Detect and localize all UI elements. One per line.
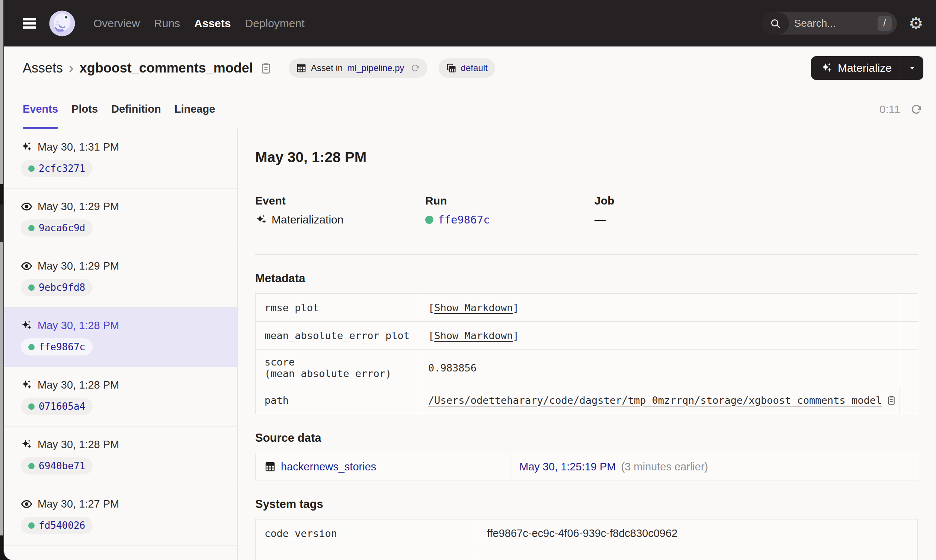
run-label: Run: [425, 194, 594, 207]
run-id-link[interactable]: 9ebc9fd8: [39, 282, 85, 293]
metadata-table: rmse plot[Show Markdown]mean_absolute_er…: [255, 293, 918, 414]
event-item-ffe9867c[interactable]: May 30, 1:28 PMffe9867c: [4, 308, 237, 367]
run-id-link[interactable]: 2cfc3271: [39, 163, 85, 174]
metadata-value: [Show Markdown]: [419, 322, 899, 349]
tab-plots[interactable]: Plots: [71, 89, 98, 129]
auto-refresh-control: 0:11: [879, 89, 936, 129]
source-asset-link[interactable]: hackernews_stories: [281, 461, 376, 473]
reload-code-location-icon[interactable]: [410, 63, 420, 73]
settings-gear-icon[interactable]: ⚙: [909, 15, 923, 32]
materialization-sparkle-icon: [21, 379, 32, 391]
nav-item-runs[interactable]: Runs: [154, 17, 180, 30]
materialize-label: Materialize: [838, 62, 892, 74]
event-timestamp: May 30, 1:28 PM: [38, 379, 119, 391]
asset-header: Assets › xgboost_comments_model Asset in…: [4, 46, 936, 89]
metadata-row: score (mean_absolute_error)0.983856: [256, 349, 918, 386]
tab-events[interactable]: Events: [23, 89, 58, 129]
divider: [255, 183, 918, 183]
run-tag[interactable]: 9ebc9fd8: [21, 279, 92, 296]
metadata-row: path/Users/odetteharary/code/dagster/tmp…: [256, 386, 918, 414]
run-status-dot: [28, 225, 35, 231]
metadata-heading: Metadata: [255, 272, 918, 285]
run-id-link[interactable]: 9aca6c9d: [39, 222, 85, 234]
app-window: OverviewRunsAssetsDeployment / ⚙ Assets …: [3, 0, 936, 560]
event-timestamp: May 30, 1:28 PM: [38, 438, 119, 451]
divider: [255, 254, 918, 255]
search-shortcut-badge: /: [878, 16, 892, 31]
menu-hamburger-button[interactable]: [23, 18, 36, 29]
observation-eye-icon: [21, 498, 32, 510]
event-summary: Event Materialization Run ffe9867c Job —: [255, 194, 918, 227]
materialization-sparkle-icon: [21, 320, 32, 331]
event-timestamp: May 30, 1:29 PM: [38, 260, 119, 272]
run-id-link[interactable]: fd540026: [39, 520, 85, 531]
event-label: Event: [255, 194, 425, 207]
event-timestamp: May 30, 1:28 PM: [38, 319, 119, 332]
tab-definition[interactable]: Definition: [111, 89, 161, 129]
nav-item-deployment[interactable]: Deployment: [245, 17, 304, 30]
run-status-dot: [28, 285, 35, 291]
event-timestamp: May 30, 1:27 PM: [38, 498, 119, 510]
show-markdown-link[interactable]: Show Markdown: [434, 302, 513, 314]
run-status-dot: [28, 403, 35, 410]
run-tag[interactable]: 6940be71: [21, 457, 92, 474]
metadata-row: rmse plot[Show Markdown]: [256, 294, 918, 322]
content-area: May 30, 1:31 PM2cfc3271May 30, 1:29 PM9a…: [4, 129, 936, 560]
event-detail-title: May 30, 1:28 PM: [255, 149, 918, 165]
run-status-dot: [28, 463, 35, 469]
run-link[interactable]: ffe9867c: [438, 214, 490, 226]
materialize-button[interactable]: Materialize: [811, 56, 901, 80]
event-item-fd540026[interactable]: May 30, 1:27 PMfd540026: [4, 486, 237, 546]
metadata-key: score (mean_absolute_error): [256, 349, 419, 386]
asset-table-icon: [265, 461, 276, 472]
materialization-sparkle-icon: [21, 141, 32, 153]
event-type-value: Materialization: [272, 214, 343, 226]
tab-lineage[interactable]: Lineage: [174, 89, 216, 129]
desktop-background-strip: [0, 0, 3, 560]
copy-asset-name-icon[interactable]: [260, 62, 272, 74]
event-item-9ebc9fd8[interactable]: May 30, 1:29 PM9ebc9fd8: [4, 248, 237, 308]
system-tag-key: code_version: [256, 520, 478, 547]
run-tag[interactable]: 071605a4: [21, 398, 92, 415]
event-item-6940be71[interactable]: May 30, 1:28 PM6940be71: [4, 426, 237, 486]
search-input[interactable]: [789, 17, 862, 30]
materialize-dropdown-button[interactable]: [901, 56, 923, 80]
event-item-071605a4[interactable]: May 30, 1:28 PM071605a4: [4, 367, 237, 426]
metadata-extra-cell: [899, 294, 918, 321]
run-id-link[interactable]: 6940be71: [39, 460, 85, 471]
code-location-file-link[interactable]: ml_pipeline.py: [347, 63, 404, 73]
event-timestamp: May 30, 1:29 PM: [38, 200, 119, 213]
run-status-dot: [28, 344, 35, 350]
event-item-2cfc3271[interactable]: May 30, 1:31 PM2cfc3271: [4, 129, 237, 189]
event-detail-panel: May 30, 1:28 PM Event Materialization Ru…: [238, 129, 936, 560]
run-id-link[interactable]: 071605a4: [39, 401, 85, 412]
repository-link[interactable]: default: [461, 63, 488, 73]
path-link[interactable]: /Users/odetteharary/code/dagster/tmp_0mz…: [428, 395, 882, 406]
job-label: Job: [594, 194, 918, 207]
show-markdown-link[interactable]: Show Markdown: [434, 330, 513, 342]
refresh-icon[interactable]: [910, 103, 923, 115]
events-list: May 30, 1:31 PM2cfc3271May 30, 1:29 PM9a…: [4, 129, 238, 560]
repository-icon: [446, 63, 456, 73]
breadcrumb-assets-link[interactable]: Assets: [23, 60, 63, 76]
run-tag[interactable]: 9aca6c9d: [21, 219, 92, 237]
run-id-link[interactable]: ffe9867c: [39, 342, 85, 352]
copy-path-icon[interactable]: [886, 395, 897, 405]
dagster-logo-icon[interactable]: [49, 10, 75, 37]
metadata-value: 0.983856: [419, 349, 899, 386]
observation-eye-icon: [21, 201, 32, 212]
run-tag[interactable]: 2cfc3271: [21, 160, 92, 177]
source-timestamp-link[interactable]: May 30, 1:25:19 PM: [519, 461, 616, 473]
code-location-tag: Asset in ml_pipeline.py: [289, 58, 428, 78]
nav-item-assets[interactable]: Assets: [194, 17, 231, 30]
system-tags-heading: System tags: [255, 497, 918, 511]
metadata-value: /Users/odetteharary/code/dagster/tmp_0mz…: [419, 386, 900, 414]
search-bar[interactable]: /: [762, 12, 897, 35]
run-tag[interactable]: fd540026: [21, 517, 92, 534]
run-tag[interactable]: ffe9867c: [21, 338, 92, 355]
sparkles-icon: [821, 62, 833, 74]
nav-item-overview[interactable]: Overview: [93, 17, 140, 30]
event-item-9aca6c9d[interactable]: May 30, 1:29 PM9aca6c9d: [4, 189, 237, 248]
metadata-extra-cell: [899, 349, 918, 386]
source-time-cell: May 30, 1:25:19 PM (3 minutes earlier): [510, 453, 918, 480]
